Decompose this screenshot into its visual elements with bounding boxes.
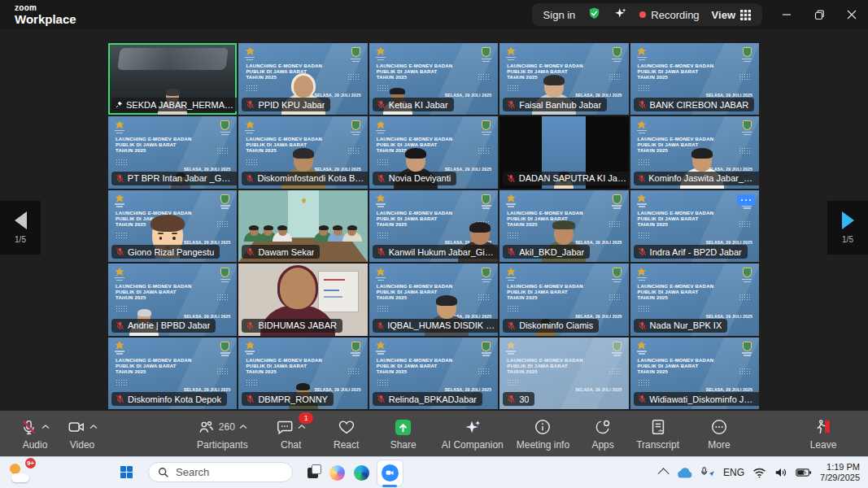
search-icon — [158, 467, 169, 478]
recording-indicator[interactable]: Recording — [639, 9, 699, 21]
video-tile[interactable]: Dawam Sekar — [238, 190, 367, 262]
jabar-crest-icon — [742, 342, 752, 356]
head — [692, 149, 712, 172]
video-tile[interactable]: LAUNCHING E-MONEV BADANPUBLIK DI JAWA BA… — [369, 116, 498, 188]
mic-muted-icon — [507, 174, 516, 183]
restore-button[interactable] — [803, 0, 835, 29]
chevron-up-icon[interactable] — [41, 425, 50, 429]
head — [554, 223, 574, 246]
hair — [296, 383, 310, 390]
apps-button[interactable]: Apps — [584, 417, 622, 451]
minimize-button[interactable] — [770, 0, 803, 29]
leave-button[interactable]: Leave — [805, 417, 842, 451]
head — [544, 76, 564, 98]
video-tile[interactable]: LAUNCHING E-MONEV BADANPUBLIK DI JAWA BA… — [630, 338, 759, 409]
dot-pattern — [507, 85, 520, 92]
security-shield-icon[interactable] — [587, 7, 601, 24]
ai-companion-button[interactable]: AI Companion — [442, 417, 504, 451]
video-tile[interactable]: LAUNCHING E-MONEV BADANPUBLIK DI JAWA BA… — [369, 264, 498, 335]
chevron-up-icon[interactable] — [89, 425, 98, 429]
task-view-button[interactable] — [303, 464, 321, 481]
weather-widget[interactable]: 9+ — [8, 461, 33, 484]
video-tile[interactable]: LAUNCHING E-MONEV BADANPUBLIK DI JAWA BA… — [108, 338, 237, 409]
dot-pattern — [216, 294, 229, 301]
video-tile[interactable]: LAUNCHING E-MONEV BADANPUBLIK DI JAWA BA… — [630, 190, 759, 262]
video-tile[interactable]: LAUNCHING E-MONEV BADANPUBLIK DI JAWA BA… — [238, 43, 367, 115]
zoom-app-button[interactable] — [377, 460, 403, 486]
video-tile[interactable]: LAUNCHING E-MONEV BADANPUBLIK DI JAWA BA… — [369, 43, 498, 115]
zoom-workplace-logo: zoom Workplace — [15, 4, 76, 25]
video-tile[interactable]: LAUNCHING E-MONEV BADANPUBLIK DI JAWA BA… — [630, 264, 759, 335]
video-tile[interactable]: LAUNCHING E-MONEV BADANPUBLIK DI JAWA BA… — [108, 116, 237, 188]
vbg-event-title: LAUNCHING E-MONEV BADANPUBLIK DI JAWA BA… — [116, 358, 192, 375]
ai-companion-sparkle-icon[interactable] — [613, 7, 627, 24]
tile-more-button[interactable] — [737, 194, 755, 206]
participant-name: Nada Nur_BPK IX — [650, 320, 722, 330]
language-indicator[interactable]: ENG — [723, 467, 744, 478]
search-input[interactable]: Search — [148, 462, 293, 482]
video-tile[interactable]: SEKDA JABAR_HERMAN SUR... — [108, 43, 237, 115]
transcript-button[interactable]: Transcript — [636, 417, 679, 451]
wifi-icon[interactable] — [752, 468, 766, 478]
participant-name-label: SEKDA JABAR_HERMAN SUR... — [111, 98, 237, 111]
video-tile[interactable]: BIDHUMAS JABAR — [238, 264, 367, 335]
taskbar-clock[interactable]: 1:19 PM 7/29/2025 — [820, 462, 863, 483]
previous-page-button[interactable]: 1/5 — [0, 201, 41, 255]
chat-button[interactable]: 1 Chat — [273, 417, 310, 451]
dot-pattern — [377, 159, 390, 166]
video-tile[interactable]: LAUNCHING E-MONEV BADANPUBLIK DI JAWA BA… — [369, 338, 498, 409]
battery-charging-icon[interactable] — [796, 468, 812, 477]
video-tile[interactable]: LAUNCHING E-MONEV BADANPUBLIK DI JAWA BA… — [499, 264, 628, 335]
hair — [405, 148, 426, 159]
video-tile[interactable]: LAUNCHING E-MONEV BADANPUBLIK DI JAWA BA… — [369, 190, 498, 262]
audio-button[interactable]: Audio — [16, 417, 54, 451]
video-tile[interactable]: LAUNCHING E-MONEV BADANPUBLIK DI JAWA BA… — [499, 43, 628, 115]
mic-muted-icon — [507, 100, 516, 109]
video-tile[interactable]: LAUNCHING E-MONEV BADANPUBLIK DI JAWA BA… — [499, 338, 628, 409]
hidden-icons-chevron[interactable] — [658, 468, 670, 479]
chevron-up-icon[interactable] — [298, 425, 306, 429]
video-button[interactable]: Video — [63, 417, 101, 451]
participant-silhouette — [342, 226, 362, 242]
privacy-mic-location-icon[interactable] — [700, 467, 715, 478]
mic-muted-icon — [377, 247, 386, 256]
participant-name-label: Widiawati_Diskominfo Jabar — [634, 392, 759, 406]
video-tile[interactable]: LAUNCHING E-MONEV BADANPUBLIK DI JAWA BA… — [238, 338, 367, 409]
chat-label: Chat — [281, 439, 301, 451]
copilot-button[interactable] — [328, 464, 346, 481]
share-button[interactable]: Share — [385, 417, 422, 451]
start-button[interactable] — [120, 466, 133, 478]
participants-count: 260 — [219, 421, 235, 433]
participants-button[interactable]: 260 Participants — [197, 417, 248, 451]
view-button[interactable]: View — [712, 9, 751, 21]
garuda-emblem-icon — [376, 120, 386, 133]
dot-pattern — [739, 294, 752, 301]
chevron-up-icon[interactable] — [239, 425, 247, 429]
video-tile[interactable]: LAUNCHING E-MONEV BADANPUBLIK DI JAWA BA… — [630, 116, 759, 188]
dot-pattern — [377, 305, 390, 312]
react-button[interactable]: React — [328, 417, 365, 451]
mic-muted-icon — [377, 100, 386, 109]
video-tile[interactable]: LAUNCHING E-MONEV BADANPUBLIK DI JAWA BA… — [108, 264, 237, 335]
video-tile[interactable]: LAUNCHING E-MONEV BADANPUBLIK DI JAWA BA… — [630, 43, 759, 115]
more-button[interactable]: More — [700, 417, 738, 451]
video-tile[interactable]: LAUNCHING E-MONEV BADANPUBLIK DI JAWA BA… — [238, 116, 367, 188]
meeting-info-button[interactable]: Meeting info — [517, 417, 569, 451]
dot-pattern — [638, 232, 651, 239]
head — [294, 149, 313, 172]
garuda-emblem-icon — [115, 120, 124, 133]
video-tile[interactable]: LAUNCHING E-MONEV BADANPUBLIK DI JAWA BA… — [499, 190, 628, 262]
next-page-button[interactable]: 1/5 — [827, 201, 868, 255]
onedrive-icon[interactable] — [677, 467, 692, 479]
video-tile[interactable]: DADAN SAPUTRA KI Jabar — [499, 116, 628, 188]
sign-in-button[interactable]: Sign in — [543, 9, 576, 21]
edge-browser-button[interactable] — [352, 464, 370, 481]
dot-pattern — [347, 73, 360, 81]
video-tile[interactable]: LAUNCHING E-MONEV BADANPUBLIK DI JAWA BA… — [108, 190, 237, 262]
close-button[interactable] — [835, 0, 868, 29]
participant-name-label: PT BPR Intan Jabar _Garut — [111, 172, 237, 185]
jabar-crest-icon — [220, 268, 230, 282]
mic-muted-icon — [20, 419, 37, 436]
garuda-emblem-icon — [245, 120, 255, 133]
volume-icon[interactable] — [774, 467, 787, 478]
